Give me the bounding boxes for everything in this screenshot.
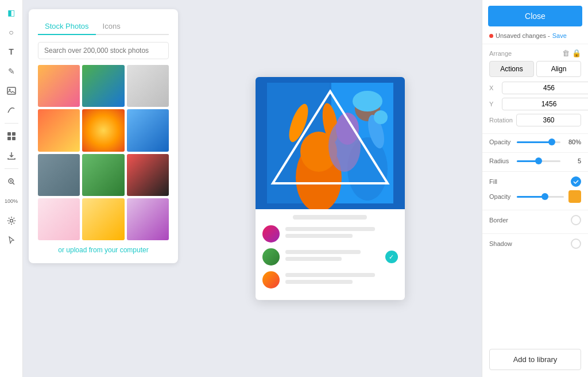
- circle-icon[interactable]: ○: [3, 24, 20, 40]
- cursor-icon[interactable]: [3, 232, 20, 248]
- pen-icon[interactable]: [3, 102, 20, 118]
- fill-opacity-label: Opacity: [489, 193, 512, 200]
- panel-tabs: Stock Photos Icons: [38, 18, 169, 35]
- fill-color-swatch[interactable]: [568, 190, 581, 203]
- fill-row: Fill: [489, 176, 581, 187]
- x-label: X: [489, 84, 498, 91]
- opacity-slider[interactable]: [517, 141, 560, 143]
- list-lines: [285, 273, 398, 287]
- opacity-fill: [517, 141, 552, 143]
- toolbar-divider-2: [5, 168, 18, 169]
- tab-icons[interactable]: Icons: [96, 18, 127, 35]
- image-icon[interactable]: [3, 83, 20, 99]
- border-label: Border: [489, 217, 508, 224]
- border-toggle[interactable]: [571, 215, 581, 225]
- photo-thumb[interactable]: [38, 154, 80, 196]
- photo-thumb[interactable]: [82, 154, 124, 196]
- radius-row: Radius 5: [489, 157, 581, 164]
- radius-label: Radius: [489, 157, 512, 164]
- photo-thumb[interactable]: [38, 109, 80, 151]
- right-panel: Close Unsaved changes - Save Arrange 🗑 🔒…: [482, 0, 588, 377]
- unsaved-text: Unsaved changes -: [496, 32, 550, 39]
- text-icon[interactable]: T: [3, 44, 20, 60]
- upload-link[interactable]: or upload from your computer: [38, 246, 169, 254]
- rotation-input[interactable]: [516, 114, 581, 126]
- photo-thumb[interactable]: [127, 65, 169, 107]
- trash-icon[interactable]: 🗑: [562, 49, 570, 57]
- radius-value: 5: [565, 157, 581, 164]
- y-h-row: Y H: [489, 98, 581, 110]
- fill-toggle[interactable]: [571, 176, 581, 187]
- avatar-3: [262, 271, 280, 288]
- zoom-icon[interactable]: [3, 174, 20, 190]
- actions-button[interactable]: Actions: [489, 61, 534, 77]
- fill-opacity-row: Opacity: [489, 190, 581, 203]
- mural-svg: [256, 77, 405, 209]
- svg-rect-3: [12, 132, 16, 136]
- photo-thumb[interactable]: [82, 109, 124, 151]
- avatar-2: [262, 248, 280, 266]
- opacity-thumb[interactable]: [548, 139, 555, 145]
- stock-panel: Stock Photos Icons or upload from your c…: [29, 9, 178, 263]
- fill-opacity-slider[interactable]: [517, 196, 564, 198]
- list-item: ✓: [262, 248, 398, 266]
- percent-label: 100%: [3, 193, 20, 209]
- shadow-toggle[interactable]: [571, 238, 581, 249]
- list-line: [285, 234, 353, 238]
- settings-icon[interactable]: [3, 213, 20, 229]
- download-icon[interactable]: [3, 148, 20, 164]
- search-input[interactable]: [38, 42, 169, 59]
- list-line: [285, 227, 376, 231]
- opacity-row: Opacity 80%: [489, 139, 581, 145]
- fill-label: Fill: [489, 178, 497, 185]
- left-toolbar: ◧ ○ T ✎ 100%: [0, 0, 23, 377]
- x-input[interactable]: [502, 82, 588, 94]
- grid-icon[interactable]: [3, 128, 20, 144]
- list-lines: [285, 250, 380, 264]
- photo-thumb[interactable]: [127, 154, 169, 196]
- add-to-library-button[interactable]: Add to library: [489, 349, 581, 370]
- x-w-row: X W: [489, 82, 581, 94]
- svg-rect-2: [7, 132, 11, 136]
- radius-section: Radius 5: [482, 152, 588, 171]
- list-item: [262, 225, 398, 243]
- list-line: [285, 280, 353, 284]
- list-line: [285, 257, 342, 261]
- arrange-label: Arrange: [489, 50, 512, 57]
- design-card: ✓: [256, 77, 405, 300]
- photo-thumb[interactable]: [82, 198, 124, 240]
- opacity-section: Opacity 80%: [482, 133, 588, 152]
- list-line: [285, 273, 376, 277]
- y-input[interactable]: [502, 98, 588, 110]
- save-link[interactable]: Save: [552, 32, 567, 39]
- arrange-icons: 🗑 🔒: [562, 49, 581, 57]
- fill-opacity-fill: [517, 196, 545, 198]
- photo-thumb[interactable]: [38, 65, 80, 107]
- card-list: ✓: [256, 209, 405, 300]
- avatar-1: [262, 225, 280, 243]
- photo-thumb[interactable]: [127, 109, 169, 151]
- canvas-area[interactable]: ✓: [178, 0, 482, 377]
- y-label: Y: [489, 101, 498, 107]
- svg-rect-5: [12, 137, 16, 140]
- rotation-label: Rotation: [489, 117, 513, 124]
- unsaved-bar: Unsaved changes - Save: [482, 32, 588, 44]
- close-button[interactable]: Close: [488, 6, 582, 26]
- photo-thumb[interactable]: [127, 198, 169, 240]
- svg-point-1: [9, 89, 10, 91]
- logo-icon[interactable]: ◧: [3, 5, 20, 21]
- align-button[interactable]: Align: [536, 61, 581, 77]
- svg-point-16: [374, 110, 388, 124]
- photo-thumb[interactable]: [38, 198, 80, 240]
- border-row: Border: [489, 215, 581, 225]
- tab-stock-photos[interactable]: Stock Photos: [38, 18, 96, 35]
- radius-slider[interactable]: [517, 160, 560, 162]
- unsaved-dot: [489, 34, 493, 38]
- action-buttons: Actions Align: [489, 61, 581, 77]
- fill-opacity-thumb[interactable]: [541, 193, 548, 200]
- photo-thumb[interactable]: [82, 65, 124, 107]
- brush-icon[interactable]: ✎: [3, 63, 20, 79]
- lock-icon[interactable]: 🔒: [572, 49, 581, 57]
- arrange-section: Arrange 🗑 🔒 Actions Align X W Y H Rotati: [482, 44, 588, 133]
- radius-thumb[interactable]: [535, 157, 542, 164]
